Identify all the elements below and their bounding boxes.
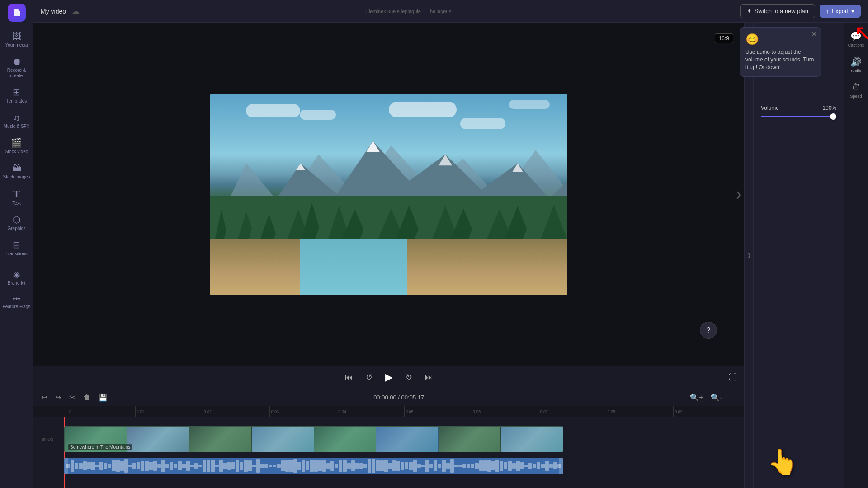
text-icon: T [13,189,20,199]
video-thumbnails [65,427,563,452]
app-logo[interactable] [8,4,26,22]
tooltip-emoji: 😊 [745,33,815,46]
help-button[interactable]: ? [700,322,717,339]
waveform-bar [231,462,235,469]
waveform-bar [330,461,334,471]
stock-video-icon: 🎬 [11,138,22,147]
waveform-bar [368,459,371,472]
sidebar-item-your-media[interactable]: 🖼 Your media [0,27,33,52]
ruler-mark-7: 0:07 [539,406,606,417]
waveform-bar [91,462,95,470]
cloud-4 [460,118,505,129]
waveform-bar [417,464,421,468]
speed-icon: ⏱ [852,82,861,93]
zoom-in-button[interactable]: 🔍+ [688,392,705,403]
waveform-bar [442,460,445,472]
audio-track[interactable] [64,458,563,474]
waveform-bar [537,462,540,469]
right-sidebar-item-captions[interactable]: 💬 Captions [846,26,866,52]
cursor-hand-icon: 👆 [767,450,798,474]
waveform-bar [471,464,474,467]
redo-button[interactable]: ↪ [53,392,63,403]
waveform-bar [145,461,148,471]
cloud-1 [246,104,300,117]
undo-button[interactable]: ↩ [39,392,49,403]
waveform-bar [244,460,247,472]
tooltip-text: Use audio to adjust the volume of your s… [745,48,815,71]
sidebar-item-templates[interactable]: ⊞ Templates [0,83,33,108]
middle-panel: 16:9 [33,23,744,488]
waveform-bar [405,462,408,470]
fullscreen-button[interactable]: ⛶ [729,373,737,382]
waveform-bar [132,463,136,469]
project-title[interactable]: My video [41,8,66,15]
audio-track-handle-left[interactable] [65,458,68,474]
waveform-bar [99,462,103,470]
sidebar-item-feature-flags[interactable]: ••• Feature Flags [0,291,33,314]
skip-to-start-button[interactable]: ⏮ [343,371,355,384]
save-button[interactable]: 💾 [96,392,110,403]
waveform-bar [128,465,132,467]
cloud-5 [509,100,550,109]
sidebar-item-text[interactable]: T Text [0,184,33,211]
right-panel: ✕ 😊 Use audio to adjust the volume of yo… [753,23,844,488]
zoom-out-button[interactable]: 🔍- [708,392,724,403]
ruler-mark-8: 0:08 [606,406,673,417]
ruler-mark-4: 0:04 [337,406,404,417]
waveform-bar [277,464,280,468]
waveform-bar [256,459,260,473]
right-panel-toggle[interactable]: ❯ [744,23,753,488]
waveform-bar [467,464,470,469]
waveform-bar [182,464,186,468]
fast-forward-button[interactable]: ↻ [404,371,414,384]
track-locale-label: en-US [33,426,62,452]
waveform-bar [520,462,524,469]
waveform-bar [363,464,367,468]
sidebar-item-transitions[interactable]: ⊟ Transitions [0,236,33,261]
waveform-bar [203,460,206,472]
tooltip-close-button[interactable]: ✕ [811,30,817,38]
rewind-button[interactable]: ↺ [364,371,374,384]
waveform-bar [252,465,256,468]
sidebar-item-stock-images[interactable]: 🏔 Stock images [0,159,33,184]
export-button[interactable]: ↑ Export ▾ [820,5,861,18]
editor-area: 16:9 [33,23,868,488]
sidebar-item-stock-video[interactable]: 🎬 Stock video [0,134,33,159]
play-button[interactable]: ▶ [383,370,395,385]
volume-slider[interactable] [761,116,836,117]
ruler-mark-2: 0:02 [203,406,270,417]
sidebar-item-brand-kit[interactable]: ◈ Brand kit [0,265,33,291]
sidebar-item-record-create[interactable]: ⏺ Record &create [0,52,33,83]
right-sidebar-inner: ↖ 💬 Captions 🔊 Audio ⏱ Speed [844,26,868,103]
waveform-bar [347,463,351,468]
waveform-bar [223,463,227,469]
waveform-bar [421,465,425,467]
volume-slider-thumb[interactable] [830,113,836,120]
panel-collapse-arrow[interactable]: ❯ [736,190,741,199]
sidebar-item-graphics[interactable]: ⬡ Graphics [0,211,33,236]
cloud-save-icon: ☁ [71,6,80,16]
header-right-text: hellugeus - [430,9,454,14]
timeline-toolbar: ↩ ↪ ✂ 🗑 💾 00:00.00 / 00:05.17 🔍+ 🔍- ⛶ [33,389,744,406]
left-sidebar: 🖼 Your media ⏺ Record &create ⊞ Template… [0,0,33,488]
waveform-bar [87,462,91,469]
cut-button[interactable]: ✂ [67,392,77,403]
transitions-icon: ⊟ [13,240,20,249]
waveform-bar [310,460,313,471]
video-track[interactable]: Somewhere In The Mountains [64,426,563,452]
skip-to-end-button[interactable]: ⏭ [423,371,435,384]
audio-track-handle-right[interactable] [559,458,563,474]
right-sidebar-item-audio[interactable]: 🔊 Audio [849,52,863,78]
aspect-ratio-badge[interactable]: 16:9 [715,33,733,43]
waveform-bar [318,460,322,471]
waveform-bar [438,464,441,467]
brand-kit-icon: ◈ [13,270,20,279]
right-sidebar-item-speed[interactable]: ⏱ Speed [848,78,863,103]
feature-flags-icon: ••• [13,295,20,302]
sidebar-item-music-sfx[interactable]: ♫ Music & SFX [0,108,33,134]
fit-timeline-button[interactable]: ⛶ [727,392,739,403]
waveform-bar [108,464,111,468]
upgrade-button[interactable]: ✦ Switch to a new plan [740,4,815,18]
delete-button[interactable]: 🗑 [81,392,93,403]
waveform-bar [396,461,400,471]
